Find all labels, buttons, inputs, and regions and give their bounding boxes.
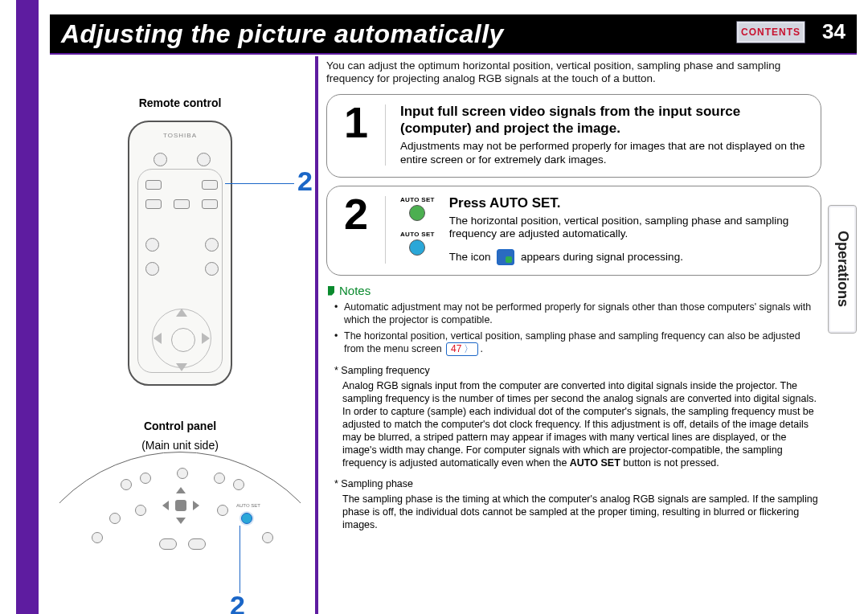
term-body: The sampling phase is the timing at whic… [334, 493, 821, 531]
icon-line-pre: The icon [449, 251, 491, 263]
callout-number-panel: 2 [230, 590, 245, 614]
page-ref-number: 47 [451, 343, 461, 355]
panel-button [140, 473, 151, 484]
step-2: 2 AUTO SET AUTO SET Press AUTO SET. The … [326, 186, 821, 276]
control-panel-sublabel: (Main unit side) [51, 439, 309, 452]
panel-dpad [164, 489, 198, 522]
panel-button [217, 505, 228, 516]
remote-button [205, 238, 219, 252]
page-title: Adjusting the picture automatically [61, 19, 504, 49]
auto-set-panel-icon [409, 239, 425, 256]
step-number: 2 [338, 194, 374, 234]
remote-illustration: TOSHIBA 2 [51, 116, 309, 397]
notes-header: Notes [328, 284, 821, 297]
remote-button [145, 262, 159, 276]
callout-line [240, 526, 240, 593]
step-divider [385, 196, 386, 264]
panel-button [121, 479, 132, 490]
term-sampling-frequency: Sampling frequency Analog RGB signals in… [326, 364, 821, 469]
panel-button [262, 532, 273, 543]
step-title: Press AUTO SET. [449, 194, 809, 211]
page-ref-arrow-icon: 〉 [464, 343, 473, 355]
term-sampling-phase: Sampling phase The sampling phase is the… [326, 477, 821, 531]
panel-auto-set-label: AUTO SET [236, 503, 260, 508]
title-underline [50, 53, 857, 55]
note-item-text: The horizontal position, vertical positi… [344, 330, 800, 354]
panel-button [109, 513, 121, 524]
step-body-text: Adjustments may not be performed properl… [400, 140, 809, 166]
panel-button [159, 538, 177, 550]
left-column: Remote control TOSHIBA [51, 96, 309, 397]
step-1: 1 Input full screen video signals from t… [326, 94, 821, 178]
remote-button [205, 262, 219, 276]
term-title: Sampling phase [334, 477, 821, 490]
panel-button [214, 473, 225, 484]
remote-button [197, 153, 211, 166]
remote-button [154, 153, 167, 166]
step-divider [385, 104, 386, 166]
page-header: Adjusting the picture automatically CONT… [50, 14, 857, 53]
auto-set-remote-icon [409, 205, 425, 221]
panel-button [233, 479, 244, 490]
callout-number-remote: 2 [297, 166, 313, 197]
arrow-left-icon [154, 333, 162, 344]
side-tab-label: Operations [834, 231, 851, 307]
panel-button [188, 538, 206, 550]
control-panel-label: Control panel [51, 420, 309, 432]
remote-control-label: Remote control [51, 96, 309, 109]
contents-button[interactable]: CONTENTS [736, 21, 805, 43]
remote-button [145, 180, 162, 190]
callout-line [225, 183, 294, 184]
panel-button [92, 532, 103, 543]
page-reference-link[interactable]: 47〉 [446, 342, 478, 356]
panel-button [135, 505, 146, 516]
notes-header-label: Notes [339, 284, 371, 297]
arrow-up-icon [176, 309, 187, 317]
step-number: 1 [338, 103, 374, 142]
notes-list: Automatic adjustment may not be performe… [326, 301, 821, 356]
control-panel-section: Control panel (Main unit side) [51, 420, 309, 580]
auto-set-label: AUTO SET [400, 231, 435, 238]
remote-brand: TOSHIBA [129, 132, 231, 139]
icon-line-post: appears during signal processing. [521, 251, 683, 263]
arrow-down-icon [176, 363, 187, 371]
remote-body: TOSHIBA [128, 121, 232, 386]
arrow-right-icon [202, 333, 210, 344]
manual-page: Adjusting the picture automatically CONT… [0, 0, 868, 614]
side-tab-operations[interactable]: Operations [828, 205, 857, 334]
remote-button [202, 199, 218, 209]
right-column: You can adjust the optimum horizontal po… [326, 59, 821, 531]
column-divider [315, 56, 318, 614]
remote-button [174, 199, 190, 209]
step-body-text: The horizontal position, vertical positi… [449, 215, 809, 241]
step2-button-icons: AUTO SET AUTO SET [400, 196, 435, 256]
panel-auto-set-button [241, 513, 252, 524]
purple-spine [16, 0, 39, 614]
note-item: Automatic adjustment may not be performe… [334, 301, 821, 326]
note-item: The horizontal position, vertical positi… [334, 330, 821, 356]
remote-button [145, 238, 159, 252]
panel-button [177, 468, 188, 479]
step2-icon-line: The icon appears during signal processin… [449, 249, 809, 265]
page-number: 34 [822, 19, 845, 44]
auto-set-label: AUTO SET [400, 196, 435, 203]
remote-button [202, 180, 218, 190]
intro-text: You can adjust the optimum horizontal po… [326, 59, 821, 86]
note-icon [328, 286, 334, 296]
processing-icon [497, 249, 514, 265]
term-title: Sampling frequency [334, 364, 821, 377]
term-body: Analog RGB signals input from the comput… [334, 379, 821, 469]
control-panel-illustration: AUTO SET [59, 452, 301, 564]
remote-button [145, 199, 162, 209]
step-title: Input full screen video signals from the… [400, 103, 809, 137]
